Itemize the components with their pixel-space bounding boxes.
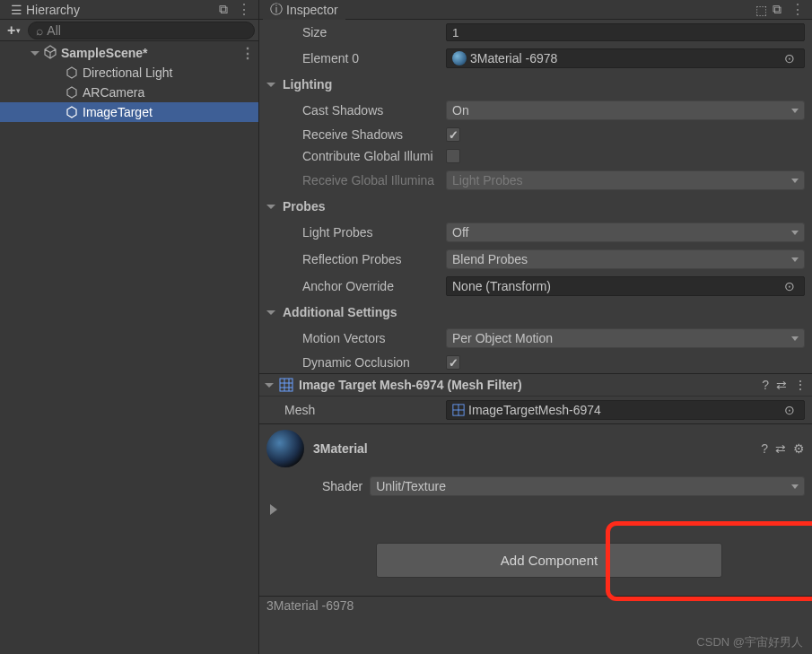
item-label: ImageTarget	[83, 105, 153, 119]
additional-title: Additional Settings	[283, 305, 397, 319]
anchor-override-label: Anchor Override	[266, 279, 446, 293]
hierarchy-toolbar: + ▾ ⌕ All	[0, 20, 258, 41]
mesh-filter-header[interactable]: Image Target Mesh-6974 (Mesh Filter) ? ⇄…	[259, 373, 812, 397]
mesh-label: Mesh	[266, 403, 446, 417]
gameobject-icon	[65, 65, 79, 80]
object-picker-icon[interactable]	[781, 401, 799, 419]
info-icon: ⓘ	[270, 2, 283, 18]
receive-gi-dropdown: Light Probes	[446, 170, 805, 190]
material-sphere-icon	[452, 51, 467, 65]
light-probes-dropdown[interactable]: Off	[446, 222, 805, 242]
size-input[interactable]	[446, 23, 805, 41]
hierarchy-tab[interactable]: ☰ Hierarchy	[4, 1, 87, 19]
svg-rect-0	[280, 379, 292, 391]
gameobject-icon	[65, 105, 79, 119]
scene-label: SampleScene*	[61, 46, 148, 60]
receive-gi-label: Receive Global Illumina	[266, 173, 446, 187]
more-icon[interactable]: ⋮	[794, 378, 807, 392]
lighting-header[interactable]: Lighting	[259, 72, 812, 97]
gameobject-icon	[65, 85, 79, 100]
item-label: ARCamera	[83, 85, 144, 100]
scene-more-icon[interactable]: ⋮	[237, 45, 258, 62]
mesh-filter-icon	[279, 378, 293, 392]
reflection-probes-label: Reflection Probes	[266, 252, 446, 266]
probes-title: Probes	[283, 199, 325, 214]
lock-icon[interactable]: ⬚	[755, 3, 767, 17]
receive-shadows-checkbox[interactable]	[446, 127, 460, 142]
list-icon: ☰	[11, 3, 22, 17]
reflection-probes-dropdown[interactable]: Blend Probes	[446, 249, 805, 269]
cast-shadows-label: Cast Shadows	[266, 103, 446, 118]
popout-icon[interactable]: ⧉	[773, 2, 781, 17]
hierarchy-item-arcamera[interactable]: ARCamera	[0, 83, 258, 102]
chevron-down-icon: ▾	[16, 26, 21, 35]
mesh-filter-title: Image Target Mesh-6974 (Mesh Filter)	[299, 378, 756, 392]
inspector-tab-bar: ⓘ Inspector ⬚ ⧉ ⋮	[259, 0, 812, 20]
item-label: Directional Light	[83, 65, 172, 80]
object-picker-icon[interactable]	[781, 277, 799, 295]
shader-label: Shader	[322, 479, 362, 493]
foldout-icon[interactable]	[31, 48, 39, 57]
hierarchy-tab-bar: ☰ Hierarchy ⧉ ⋮	[0, 0, 258, 20]
inspector-body: Size Element 0 3Material -6978 Lighting …	[259, 20, 812, 654]
gear-icon[interactable]: ⚙	[793, 441, 805, 456]
plus-icon: +	[7, 22, 15, 39]
dynamic-occlusion-checkbox[interactable]	[446, 355, 460, 370]
material-preview-icon	[266, 430, 304, 467]
create-button[interactable]: + ▾	[4, 22, 24, 39]
help-icon[interactable]: ?	[761, 441, 768, 456]
element0-field[interactable]: 3Material -6978	[446, 48, 805, 68]
help-icon[interactable]: ?	[762, 378, 769, 392]
popout-icon[interactable]: ⧉	[219, 2, 228, 17]
inspector-tab[interactable]: ⓘ Inspector	[263, 0, 345, 20]
shader-dropdown[interactable]: Unlit/Texture	[370, 476, 805, 496]
scene-icon	[43, 45, 57, 62]
hierarchy-item-imagetarget[interactable]: ImageTarget	[0, 102, 258, 122]
foldout-icon	[266, 308, 275, 317]
mesh-grid-icon	[452, 404, 465, 416]
receive-shadows-label: Receive Shadows	[266, 127, 446, 142]
size-label: Size	[266, 25, 446, 39]
foldout-icon	[266, 202, 275, 211]
more-icon[interactable]: ⋮	[787, 1, 808, 18]
hierarchy-panel: ☰ Hierarchy ⧉ ⋮ + ▾ ⌕ All SampleScene* ⋮	[0, 0, 259, 654]
hierarchy-tree: SampleScene* ⋮ Directional Light ARCamer…	[0, 41, 258, 654]
search-icon: ⌕	[36, 23, 43, 38]
hierarchy-search[interactable]: ⌕ All	[28, 22, 255, 39]
hierarchy-tab-label: Hierarchy	[26, 3, 80, 17]
material-header[interactable]: 3Material ? ⇄ ⚙	[259, 423, 812, 473]
light-probes-label: Light Probes	[266, 225, 446, 240]
more-icon[interactable]: ⋮	[233, 1, 255, 18]
scene-row[interactable]: SampleScene* ⋮	[0, 43, 258, 63]
motion-vectors-dropdown[interactable]: Per Object Motion	[446, 328, 805, 348]
preset-icon[interactable]: ⇄	[776, 378, 787, 392]
preset-icon[interactable]: ⇄	[775, 441, 786, 456]
element0-value: 3Material -6978	[470, 51, 557, 65]
material-name: 3Material	[313, 441, 752, 456]
additional-settings-header[interactable]: Additional Settings	[259, 300, 812, 325]
object-picker-icon[interactable]	[781, 49, 799, 67]
lighting-title: Lighting	[283, 77, 332, 92]
cast-shadows-dropdown[interactable]: On	[446, 100, 805, 120]
probes-header[interactable]: Probes	[259, 194, 812, 219]
foldout-icon	[266, 80, 275, 89]
contribute-gi-checkbox[interactable]	[446, 149, 460, 163]
element0-label: Element 0	[266, 51, 446, 65]
hierarchy-item-directional-light[interactable]: Directional Light	[0, 63, 258, 83]
inspector-tab-label: Inspector	[286, 3, 338, 17]
mesh-field[interactable]: ImageTargetMesh-6974	[446, 400, 805, 420]
contribute-gi-label: Contribute Global Illumi	[266, 149, 446, 163]
motion-vectors-label: Motion Vectors	[266, 331, 446, 345]
dynamic-occlusion-label: Dynamic Occlusion	[266, 355, 446, 370]
highlight-annotation	[606, 521, 812, 601]
anchor-override-field[interactable]: None (Transform)	[446, 276, 805, 296]
inspector-panel: ⓘ Inspector ⬚ ⧉ ⋮ Size Element 0 3Materi…	[259, 0, 812, 654]
element0-row: Element 0 3Material -6978	[259, 45, 812, 72]
search-placeholder: All	[47, 23, 61, 38]
expand-icon[interactable]	[270, 503, 277, 518]
watermark: CSDN @宇宙好男人	[696, 634, 803, 650]
size-row: Size	[259, 20, 812, 45]
foldout-icon	[265, 380, 274, 389]
